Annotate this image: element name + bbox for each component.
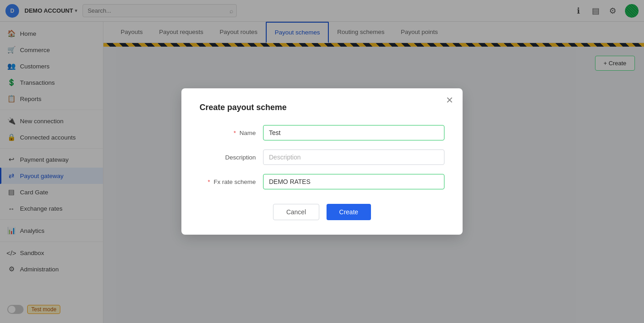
cancel-button[interactable]: Cancel — [273, 204, 319, 220]
name-label: * Name — [200, 130, 263, 136]
required-indicator-2: * — [208, 178, 210, 185]
form-row-name: * Name — [200, 125, 444, 140]
create-submit-button[interactable]: Create — [327, 204, 371, 220]
modal-close-button[interactable]: ✕ — [446, 96, 454, 105]
description-input[interactable] — [263, 149, 444, 165]
create-payout-scheme-modal: Create payout scheme ✕ * Name Descriptio… — [181, 88, 463, 235]
description-label: Description — [200, 154, 263, 161]
name-input[interactable] — [263, 125, 444, 140]
form-row-fx-rate: * Fx rate scheme — [200, 174, 444, 189]
modal-title: Create payout scheme — [200, 103, 444, 112]
modal-overlay[interactable]: Create payout scheme ✕ * Name Descriptio… — [0, 0, 644, 323]
modal-actions: Cancel Create — [200, 204, 444, 220]
fx-rate-label: * Fx rate scheme — [200, 178, 263, 185]
required-indicator: * — [234, 130, 236, 136]
fx-rate-scheme-input[interactable] — [263, 174, 444, 189]
form-row-description: Description — [200, 149, 444, 165]
